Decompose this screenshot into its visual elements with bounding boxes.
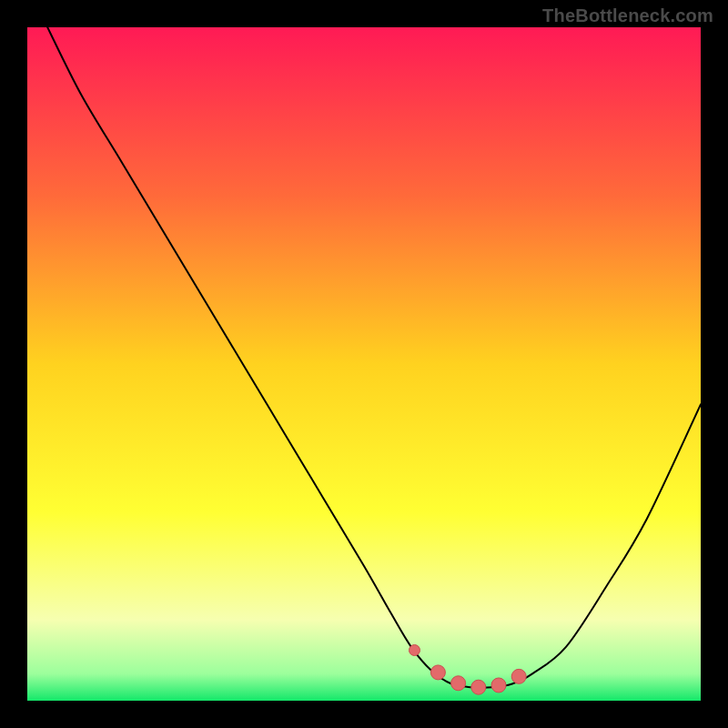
marker-dot <box>430 665 445 680</box>
chart-container: TheBottleneck.com <box>0 0 728 728</box>
watermark-label: TheBottleneck.com <box>542 5 713 26</box>
marker-dot <box>451 676 466 691</box>
marker-dot <box>410 645 420 656</box>
plot-area <box>27 27 701 701</box>
chart-svg <box>27 27 701 701</box>
marker-dot <box>491 678 506 693</box>
marker-dot <box>511 669 526 683</box>
marker-dot <box>471 680 486 694</box>
gradient-rect <box>27 27 701 701</box>
